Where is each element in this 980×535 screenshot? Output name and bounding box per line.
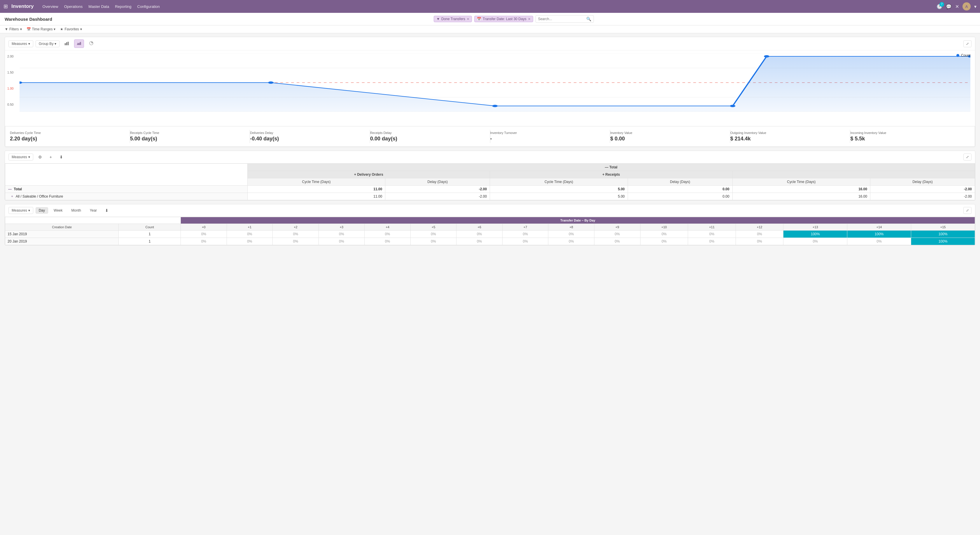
avatar[interactable]: A [963,2,970,11]
timeline-col-8: +8 [548,224,594,231]
timeline-expand-btn[interactable]: ⤢ [963,207,972,214]
nav-operations[interactable]: Operations [64,4,83,9]
kpi-incoming-value-value: $ 5.5k [850,136,966,142]
pivot-empty-header [5,164,248,185]
measures-dropdown[interactable]: Measures ▾ [8,40,33,47]
notifications-wrapper[interactable]: 🕐 7 [937,4,942,10]
pivot-expand-btn[interactable]: ⤢ [963,153,972,161]
timeline-measures-dropdown[interactable]: Measures ▾ [8,207,33,214]
pivot-col-total-delay: Delay (Days) [870,178,975,185]
filter-transfer-date-close[interactable]: ✕ [528,17,531,21]
timeline-value-cell: 0% [227,238,273,245]
pivot-col-delivery-cycle: Cycle Time (Days) [247,178,385,185]
pie-chart-btn[interactable] [86,39,96,48]
timeline-download-btn[interactable]: ⬇ [102,207,111,214]
chart-svg: W3 2019 W4 2019 W5 2019 [19,53,970,112]
timeline-count-cell: 1 [119,231,181,238]
filter-funnel-icon: ▼ [5,27,8,31]
y-label-150: 1.50 [7,70,16,74]
filter-done-transfers-label: Done Transfers [441,17,465,21]
search-bar[interactable]: 🔍 [536,15,594,23]
timeline-col-4: +4 [364,224,410,231]
timeline-date-cell: 20 Jan 2019 [5,238,119,245]
pivot-totals-header [732,171,975,178]
area-chart-btn[interactable] [74,39,84,48]
timeline-value-cell: 0% [273,231,319,238]
chart-area: Count 2.00 1.50 1.00 0.50 [5,51,975,126]
pivot-col-receipts-cycle: Cycle Time (Days) [490,178,628,185]
kpi-receipts-cycle: Receipts Cycle Time 5.00 day(s) [130,130,250,143]
pivot-col-total-cycle: Cycle Time (Days) [732,178,870,185]
bar-chart-btn[interactable] [62,39,72,48]
timeline-value-cell: 0% [783,238,847,245]
pivot-receipts-header: + Receipts [490,171,732,178]
kpi-deliveries-delay: Deliveries Delay -0.40 day(s) [250,130,370,143]
pivot-total-label: — Total [5,185,248,193]
time-ranges-button[interactable]: 📅 Time Ranges ▾ [27,27,56,31]
timeline-col-1: +1 [227,224,273,231]
pivot-sub-row: + All / Saleable / Office Furniture 11.0… [5,193,975,200]
timeline-col-6: +6 [457,224,503,231]
timeline-value-cell: 0% [364,238,410,245]
group-by-dropdown[interactable]: Group By ▾ [36,40,60,47]
favorites-button[interactable]: ★ Favorites ▾ [60,27,82,31]
filter-done-transfers-close[interactable]: ✕ [467,17,469,21]
timeline-value-cell: 0% [640,231,688,238]
collapse-icon[interactable]: — [8,187,12,191]
chart-legend: Count [956,53,970,57]
expand-icon[interactable]: + [11,194,13,198]
legend-dot [956,54,959,57]
pivot-total-v4: 0.00 [628,185,732,193]
svg-point-12 [492,105,498,107]
kpi-incoming-value-label: Incoming Inventory Value [850,131,966,134]
timeline-date-cell: 15 Jan 2019 [5,231,119,238]
timeline-value-cell: 0% [688,238,736,245]
nav-reporting[interactable]: Reporting [115,4,131,9]
pivot-settings-btn[interactable]: ⚙ [36,153,45,161]
kpi-inventory-turnover: Inventory Turnover - [490,130,611,143]
filter-done-transfers[interactable]: ▼ Done Transfers ✕ [434,16,472,22]
pivot-expand-wrapper: ⤢ [963,153,972,161]
pivot-measures-dropdown[interactable]: Measures ▾ [8,153,33,161]
svg-point-13 [730,105,736,107]
kpi-outgoing-value-value: $ 214.4k [730,136,846,142]
timeline-count-cell: 1 [119,238,181,245]
timeline-expand-wrapper: ⤢ [963,207,972,214]
pivot-sub-v2: -2.00 [385,193,490,200]
chat-icon[interactable]: 💬 [946,4,952,10]
pivot-sub-v3: 5.00 [490,193,628,200]
timeline-value-cell: 0% [457,231,503,238]
timeline-measures-chevron: ▾ [28,208,30,212]
pivot-total-header: — Total [247,164,975,171]
timeline-value-cell: 0% [502,231,548,238]
timeline-col-11: +11 [688,224,736,231]
tab-month[interactable]: Month [68,207,84,214]
grid-icon[interactable]: ⊞ [3,3,8,10]
nav-right-icons: 🕐 7 💬 ✕ A ▾ [937,2,977,11]
nav-configuration[interactable]: Configuration [137,4,160,9]
timeline-table: Transfer Date – By Day Creation Date Cou… [5,217,975,245]
search-input[interactable] [538,17,586,21]
chart-expand-btn[interactable]: ⤢ [963,40,972,47]
pivot-download-btn[interactable]: ⬇ [57,153,65,161]
pivot-add-btn[interactable]: + [47,153,54,161]
filters-button[interactable]: ▼ Filters ▾ [5,27,22,31]
filter-transfer-date[interactable]: 📅 Transfer Date: Last 30 Days ✕ [474,16,533,22]
kpi-receipts-delay-value: 0.00 day(s) [370,136,485,142]
timeline-toolbar: Measures ▾ Day Week Month Year ⬇ ⤢ [5,204,975,217]
tab-year[interactable]: Year [87,207,100,214]
tab-week[interactable]: Week [51,207,65,214]
star-icon: ★ [60,27,63,31]
close-icon[interactable]: ✕ [955,4,959,10]
expand-icon[interactable]: ⤢ [963,40,972,47]
timeline-col-3: +3 [318,224,364,231]
chart-toolbar: Measures ▾ Group By ▾ ⤢ [5,37,975,51]
nav-master-data[interactable]: Master Data [88,4,109,9]
chevron-down-icon[interactable]: ▾ [974,4,977,10]
svg-point-14 [764,55,769,57]
tab-day[interactable]: Day [36,207,48,214]
nav-overview[interactable]: Overview [43,4,58,9]
pivot-delivery-header: + Delivery Orders [247,171,490,178]
kpi-row: Deliveries Cycle Time 2.20 day(s) Receip… [5,126,975,147]
timeline-col-14: +14 [847,224,911,231]
